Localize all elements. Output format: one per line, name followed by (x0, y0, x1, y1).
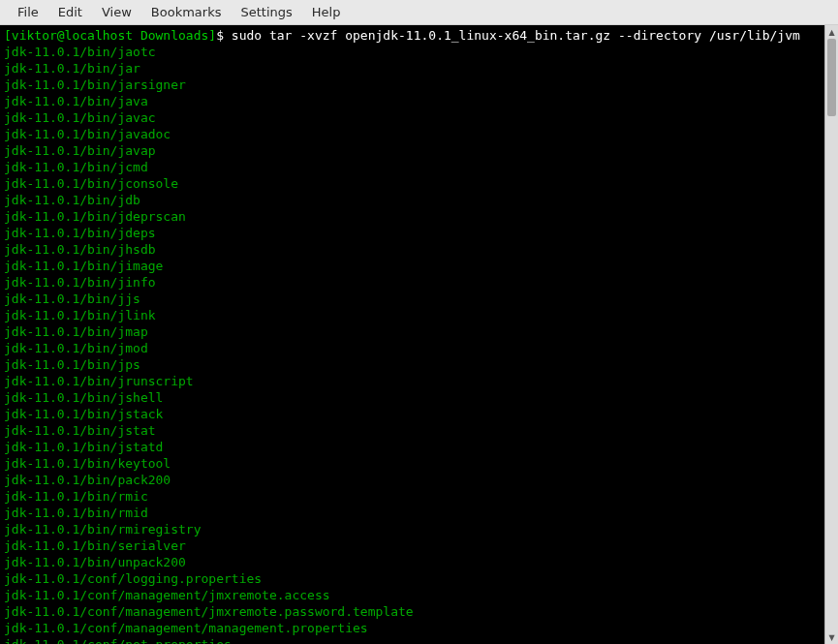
output-line: jdk-11.0.1/bin/javap (4, 142, 821, 159)
scroll-up-arrow[interactable]: ▲ (825, 25, 838, 39)
terminal-wrapper: [viktor@localhost Downloads]$ sudo tar -… (0, 25, 838, 644)
output-line: jdk-11.0.1/bin/jmap (4, 323, 821, 340)
output-line: jdk-11.0.1/bin/jdeprscan (4, 208, 821, 225)
output-line: jdk-11.0.1/conf/management/jmxremote.pas… (4, 603, 821, 620)
output-line: jdk-11.0.1/conf/management/management.pr… (4, 620, 821, 636)
output-line: jdk-11.0.1/bin/jstatd (4, 439, 821, 455)
command-text: sudo tar -xvzf openjdk-11.0.1_linux-x64_… (232, 28, 800, 43)
output-line: jdk-11.0.1/bin/keytool (4, 455, 821, 472)
output-line: jdk-11.0.1/bin/javac (4, 109, 821, 126)
output-line: jdk-11.0.1/bin/jstat (4, 422, 821, 439)
output-line: jdk-11.0.1/bin/jmod (4, 340, 821, 356)
scrollbar-track[interactable] (825, 39, 838, 630)
prompt-symbol: $ (216, 28, 224, 43)
output-line: jdk-11.0.1/bin/jconsole (4, 175, 821, 192)
output-line: jdk-11.0.1/bin/jhsdb (4, 241, 821, 258)
output-container: jdk-11.0.1/bin/jaotcjdk-11.0.1/bin/jarjd… (4, 44, 821, 644)
scrollbar-thumb[interactable] (827, 39, 836, 116)
menu-file[interactable]: File (8, 1, 48, 23)
output-line: jdk-11.0.1/bin/jarsigner (4, 77, 821, 93)
menu-bookmarks[interactable]: Bookmarks (141, 1, 232, 23)
output-line: jdk-11.0.1/bin/jjs (4, 291, 821, 307)
prompt-user-host: [viktor@localhost Downloads] (4, 28, 216, 43)
output-line: jdk-11.0.1/bin/jar (4, 60, 821, 77)
output-line: jdk-11.0.1/bin/rmic (4, 488, 821, 505)
output-line: jdk-11.0.1/bin/java (4, 93, 821, 109)
menu-view[interactable]: View (92, 1, 141, 23)
scrollbar[interactable]: ▲ ▼ (824, 25, 838, 644)
output-line: jdk-11.0.1/bin/jdeps (4, 225, 821, 241)
menu-settings[interactable]: Settings (231, 1, 301, 23)
output-line: jdk-11.0.1/bin/jdb (4, 192, 821, 208)
output-line: jdk-11.0.1/bin/jcmd (4, 159, 821, 175)
menu-help[interactable]: Help (302, 1, 351, 23)
output-line: jdk-11.0.1/bin/jimage (4, 258, 821, 274)
output-line: jdk-11.0.1/bin/rmiregistry (4, 521, 821, 537)
output-line: jdk-11.0.1/bin/jinfo (4, 274, 821, 291)
output-line: jdk-11.0.1/bin/jaotc (4, 44, 821, 60)
terminal[interactable]: [viktor@localhost Downloads]$ sudo tar -… (0, 25, 824, 644)
menubar: File Edit View Bookmarks Settings Help (0, 0, 838, 25)
scroll-down-arrow[interactable]: ▼ (825, 630, 838, 644)
output-line: jdk-11.0.1/bin/serialver (4, 537, 821, 554)
output-line: jdk-11.0.1/bin/unpack200 (4, 554, 821, 570)
output-line: jdk-11.0.1/bin/jlink (4, 307, 821, 323)
prompt-line: [viktor@localhost Downloads]$ sudo tar -… (4, 27, 821, 44)
output-line: jdk-11.0.1/conf/logging.properties (4, 570, 821, 587)
output-line: jdk-11.0.1/bin/jrunscript (4, 373, 821, 389)
output-line: jdk-11.0.1/bin/jps (4, 356, 821, 373)
output-line: jdk-11.0.1/bin/jstack (4, 406, 821, 422)
menu-edit[interactable]: Edit (48, 1, 92, 23)
output-line: jdk-11.0.1/bin/jshell (4, 389, 821, 406)
output-line: jdk-11.0.1/bin/rmid (4, 505, 821, 521)
output-line: jdk-11.0.1/conf/net.properties (4, 636, 821, 644)
output-line: jdk-11.0.1/bin/pack200 (4, 472, 821, 488)
output-line: jdk-11.0.1/conf/management/jmxremote.acc… (4, 587, 821, 603)
output-line: jdk-11.0.1/bin/javadoc (4, 126, 821, 142)
